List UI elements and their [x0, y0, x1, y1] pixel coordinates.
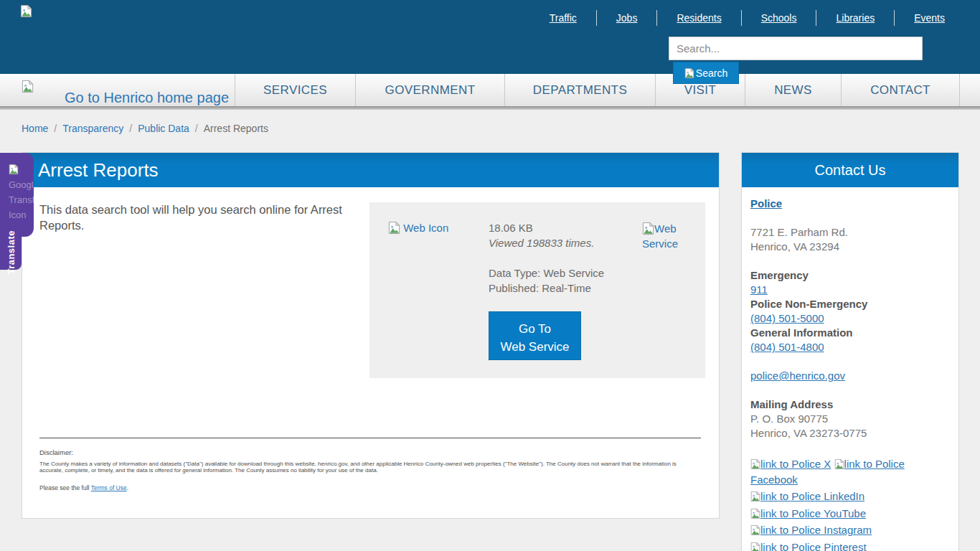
google-translate-button[interactable]: Google Translate Icon: [0, 153, 34, 237]
police-pinterest-link[interactable]: link to Police Pinterest: [750, 541, 867, 551]
nav-item-services[interactable]: SERVICES: [235, 74, 355, 106]
translate-tab-label: Translate: [6, 230, 17, 275]
address-line: Henrico, VA 23294: [750, 240, 950, 254]
google-translate-icon-alt-text: Google Translate Icon: [9, 177, 34, 222]
contact-card: Contact Us Police 7721 E. Parham Rd. Hen…: [741, 152, 959, 551]
google-translate-broken-image-icon: [9, 164, 19, 175]
contact-title-bar: Contact Us: [742, 153, 958, 187]
police-instagram-link[interactable]: link to Police Instagram: [750, 524, 872, 536]
translate-widget: Google Translate Icon Translate: [0, 153, 34, 270]
breadcrumb-public-data[interactable]: Public Data: [138, 123, 189, 134]
nav-bottom-divider: [0, 106, 980, 110]
nav-item-departments[interactable]: DEPARTMENTS: [504, 74, 655, 106]
police-x-link[interactable]: link to Police X: [750, 458, 831, 470]
web-icon-link[interactable]: Web Icon: [388, 221, 448, 235]
police-department-link[interactable]: Police: [750, 197, 782, 209]
data-type: Data Type: Web Service: [489, 265, 643, 281]
page-title: Arrest Reports: [22, 159, 159, 182]
web-service-link[interactable]: Web Service: [642, 221, 694, 251]
disclaimer-divider: [39, 438, 701, 438]
nav-item-government[interactable]: GOVERNMENT: [355, 74, 504, 106]
home-logo-broken-image-icon: [22, 80, 34, 93]
disclaimer-terms-line: Please see the full Terms of Use.: [39, 484, 701, 491]
breadcrumb-home[interactable]: Home: [22, 123, 48, 134]
breadcrumb-separator: /: [195, 123, 198, 134]
terms-of-use-link[interactable]: Terms of Use: [91, 484, 127, 491]
search-input[interactable]: [669, 37, 923, 60]
web-service-broken-image-icon: [642, 222, 654, 235]
breadcrumb-separator: /: [54, 123, 57, 134]
contact-body: Police 7721 E. Parham Rd. Henrico, VA 23…: [742, 187, 958, 551]
non-emergency-phone-link[interactable]: (804) 501-5000: [750, 312, 824, 324]
site-header: Traffic Jobs Residents Schools Libraries…: [0, 0, 980, 74]
main-content-body: This data search tool will help you sear…: [22, 187, 719, 518]
address-line: 7721 E. Parham Rd.: [750, 225, 950, 240]
disclaimer-section: Disclaimer: The County makes a variety o…: [39, 438, 701, 491]
contact-title: Contact Us: [742, 162, 958, 179]
contact-label: Police Non-Emergency: [750, 297, 950, 311]
published: Published: Real-Time: [489, 281, 643, 296]
web-icon-alt-text: Web Icon: [403, 222, 448, 234]
translate-tab[interactable]: Translate: [0, 235, 22, 270]
search-button[interactable]: Search: [673, 62, 739, 84]
go-to-web-service-button[interactable]: Go To Web Service: [489, 311, 581, 360]
utility-link-libraries[interactable]: Libraries: [836, 12, 875, 24]
breadcrumb-separator: /: [129, 123, 132, 134]
instagram-broken-image-icon: [750, 524, 760, 536]
mailing-line: P. O. Box 90775: [750, 412, 950, 426]
utility-link-schools[interactable]: Schools: [761, 12, 797, 24]
utility-link-events[interactable]: Events: [914, 12, 945, 24]
disclaimer-heading: Disclaimer:: [39, 448, 701, 456]
contact-label: General Information: [750, 326, 950, 340]
breadcrumb: Home/Transparency/Public Data/Arrest Rep…: [22, 123, 268, 134]
police-linkedin-link[interactable]: link to Police LinkedIn: [750, 490, 864, 502]
email-link[interactable]: police@henrico.gov: [750, 369, 845, 382]
page: Traffic Jobs Residents Schools Libraries…: [0, 0, 980, 551]
nav-item-contact[interactable]: CONTACT: [841, 74, 959, 106]
file-size: 18.06 KB: [489, 220, 643, 235]
view-count: Viewed 198833 times.: [489, 235, 643, 250]
emergency-phone-link[interactable]: 911: [750, 283, 768, 296]
utility-link-jobs[interactable]: Jobs: [616, 12, 638, 24]
police-youtube-link[interactable]: link to Police YouTube: [750, 507, 866, 519]
disclaimer-body: The County makes a variety of informatio…: [39, 461, 701, 474]
page-title-bar: Arrest Reports: [22, 153, 719, 187]
henrico-logo-broken-image-icon[interactable]: [20, 4, 32, 18]
mailing-address-label: Mailing Address: [750, 397, 950, 412]
breadcrumb-current: Arrest Reports: [204, 123, 268, 134]
utility-link-residents[interactable]: Residents: [677, 12, 721, 24]
contact-label: Emergency: [750, 268, 950, 283]
nav-item-news[interactable]: NEWS: [745, 74, 841, 106]
linkedin-broken-image-icon: [750, 491, 760, 502]
utility-link-traffic[interactable]: Traffic: [550, 12, 577, 24]
breadcrumb-transparency[interactable]: Transparency: [62, 123, 123, 134]
page-description: This data search tool will help you sear…: [39, 202, 362, 233]
facebook-broken-image-icon: [834, 458, 844, 470]
general-info-phone-link[interactable]: (804) 501-4800: [750, 341, 824, 353]
web-broken-image-icon: [388, 221, 400, 235]
home-link-label: Go to Henrico home page: [65, 90, 229, 106]
youtube-broken-image-icon: [750, 508, 760, 519]
x-broken-image-icon: [750, 458, 760, 470]
dataset-panel: Web Icon 18.06 KB Viewed 198833 times. D…: [369, 202, 705, 378]
search-button-label: Search: [696, 67, 727, 79]
main-nav: Go to Henrico home page SERVICES GOVERNM…: [0, 74, 980, 106]
mailing-line: Henrico, VA 23273-0775: [750, 426, 950, 441]
utility-nav: Traffic Jobs Residents Schools Libraries…: [530, 10, 964, 26]
nav-filler: [959, 74, 980, 106]
pinterest-broken-image-icon: [750, 542, 760, 551]
dataset-info: 18.06 KB Viewed 198833 times. Data Type:…: [489, 220, 643, 360]
main-content-card: Arrest Reports This data search tool wil…: [22, 152, 720, 519]
search-icon: [684, 67, 694, 79]
home-link[interactable]: Go to Henrico home page: [0, 74, 235, 106]
